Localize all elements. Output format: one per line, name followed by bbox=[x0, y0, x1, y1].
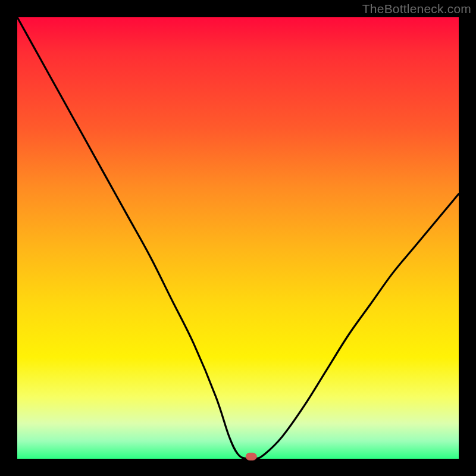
chart-svg bbox=[17, 17, 459, 459]
chart-frame: TheBottleneck.com bbox=[0, 0, 476, 476]
optimal-point-marker bbox=[246, 453, 256, 460]
bottleneck-curve bbox=[17, 17, 459, 459]
plot-area bbox=[17, 17, 459, 459]
watermark-text: TheBottleneck.com bbox=[362, 2, 471, 16]
